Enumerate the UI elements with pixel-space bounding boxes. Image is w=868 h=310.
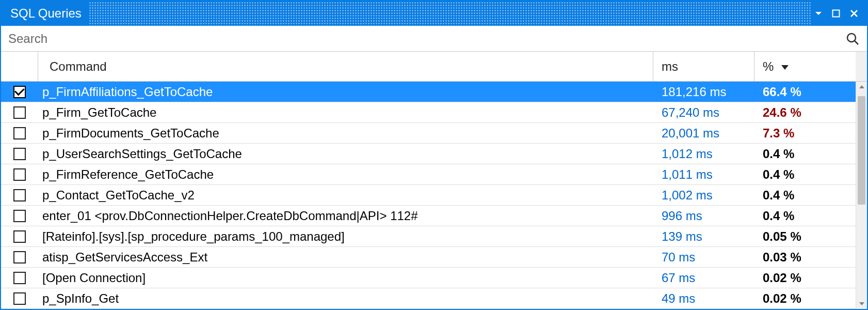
row-checkbox[interactable] [13,272,26,284]
row-ms-cell: 1,012 ms [653,144,754,164]
dropdown-icon[interactable] [814,9,823,18]
row-ms: 1,011 ms [662,167,713,182]
table-row[interactable]: atisp_GetServicesAccess_Ext70 ms0.03 % [1,247,856,268]
row-ms: 1,012 ms [662,147,713,161]
row-ms: 70 ms [662,250,695,265]
row-command-cell: [Rateinfo].[sys].[sp_procedure_params_10… [38,226,653,246]
row-percent: 0.4 % [763,167,794,182]
row-command: enter_01 <prov.DbConnectionHelper.Create… [42,209,418,223]
row-command-cell: p_FirmReference_GetToCache [38,164,653,184]
row-percent-cell: 0.4 % [754,144,856,164]
row-checkbox-cell [1,206,38,226]
panel-title: SQL Queries [6,6,86,21]
row-command-cell: [Open Connection] [38,268,653,288]
row-ms: 67,240 ms [662,105,719,120]
row-checkbox-cell [1,247,38,267]
row-ms-cell: 67 ms [653,268,754,288]
row-percent: 0.4 % [763,188,794,203]
row-checkbox[interactable] [13,148,26,160]
row-checkbox-cell [1,185,38,205]
row-ms: 181,216 ms [662,85,726,99]
table-row[interactable]: p_Contact_GetToCache_v21,002 ms0.4 % [1,185,856,206]
title-bar[interactable]: SQL Queries [1,1,867,26]
table-body-container: p_FirmAffiliations_GetToCache181,216 ms6… [1,82,867,309]
row-command-cell: atisp_GetServicesAccess_Ext [38,247,653,267]
row-percent-cell: 0.03 % [754,247,856,267]
row-checkbox-cell [1,268,38,288]
row-checkbox-cell [1,288,38,308]
row-ms-cell: 1,002 ms [653,185,754,205]
column-header-ms-label: ms [662,59,678,74]
titlebar-grip[interactable] [89,1,811,26]
scroll-up-icon[interactable] [856,82,867,92]
table-row[interactable]: p_UserSearchSettings_GetToCache1,012 ms0… [1,144,856,164]
close-icon[interactable] [849,9,859,18]
row-checkbox[interactable] [13,168,26,181]
table-row[interactable]: enter_01 <prov.DbConnectionHelper.Create… [1,206,856,226]
search-input[interactable] [8,26,840,51]
row-command: p_SpInfo_Get [42,291,119,306]
column-header-percent-label: % [763,59,774,74]
row-percent-cell: 0.05 % [754,226,856,246]
table-row[interactable]: p_FirmReference_GetToCache1,011 ms0.4 % [1,164,856,185]
table-row[interactable]: [Rateinfo].[sys].[sp_procedure_params_10… [1,226,856,247]
table-row[interactable]: p_FirmDocuments_GetToCache20,001 ms7.3 % [1,123,856,144]
table-row[interactable]: p_Firm_GetToCache67,240 ms24.6 % [1,102,856,123]
row-checkbox[interactable] [13,86,26,98]
row-ms-cell: 20,001 ms [653,123,754,143]
row-ms: 20,001 ms [662,126,719,141]
row-percent-cell: 0.02 % [754,268,856,288]
search-bar [1,26,867,52]
row-checkbox[interactable] [13,230,26,243]
row-checkbox-cell [1,226,38,246]
row-percent: 0.4 % [763,147,794,161]
row-percent-cell: 0.02 % [754,288,856,308]
row-percent: 0.02 % [763,291,801,306]
row-checkbox[interactable] [13,127,26,140]
row-checkbox[interactable] [13,106,26,119]
row-command: atisp_GetServicesAccess_Ext [42,250,207,265]
row-command-cell: enter_01 <prov.DbConnectionHelper.Create… [38,206,653,226]
maximize-icon[interactable] [832,9,840,18]
scroll-down-icon[interactable] [856,299,867,309]
table-header: Command ms % [1,52,867,82]
row-ms-cell: 1,011 ms [653,164,754,184]
row-checkbox[interactable] [13,210,26,222]
column-header-percent[interactable]: % [754,52,856,81]
row-ms-cell: 67,240 ms [653,102,754,122]
scrollbar-thumb[interactable] [858,96,865,205]
row-percent-cell: 66.4 % [754,82,856,102]
svg-rect-0 [833,10,840,17]
row-command: p_Contact_GetToCache_v2 [42,188,195,203]
row-ms-cell: 996 ms [653,206,754,226]
column-header-checkbox[interactable] [1,52,38,81]
row-checkbox[interactable] [13,251,26,264]
table-rows: p_FirmAffiliations_GetToCache181,216 ms6… [1,82,856,309]
column-header-command[interactable]: Command [38,52,653,81]
svg-point-1 [847,34,856,42]
column-header-ms[interactable]: ms [653,52,754,81]
row-ms: 1,002 ms [662,188,713,203]
svg-line-2 [855,41,858,44]
vertical-scrollbar[interactable] [856,82,867,309]
row-checkbox-cell [1,123,38,143]
row-percent-cell: 0.4 % [754,206,856,226]
column-header-command-label: Command [50,59,107,74]
table-row[interactable]: p_FirmAffiliations_GetToCache181,216 ms6… [1,82,856,102]
table-row[interactable]: [Open Connection]67 ms0.02 % [1,268,856,288]
row-command-cell: p_Contact_GetToCache_v2 [38,185,653,205]
row-percent: 0.05 % [763,229,801,244]
row-command-cell: p_FirmAffiliations_GetToCache [38,82,653,102]
row-command: p_Firm_GetToCache [42,105,156,120]
row-command-cell: p_SpInfo_Get [38,288,653,308]
row-checkbox[interactable] [13,189,26,202]
row-command-cell: p_UserSearchSettings_GetToCache [38,144,653,164]
table-row[interactable]: p_SpInfo_Get49 ms0.02 % [1,288,856,309]
row-ms-cell: 181,216 ms [653,82,754,102]
search-icon[interactable] [845,32,860,46]
row-ms-cell: 70 ms [653,247,754,267]
scrollbar-header-gap [856,52,867,81]
row-percent: 0.03 % [763,250,801,265]
row-percent: 0.02 % [763,271,801,285]
row-checkbox[interactable] [13,292,26,305]
